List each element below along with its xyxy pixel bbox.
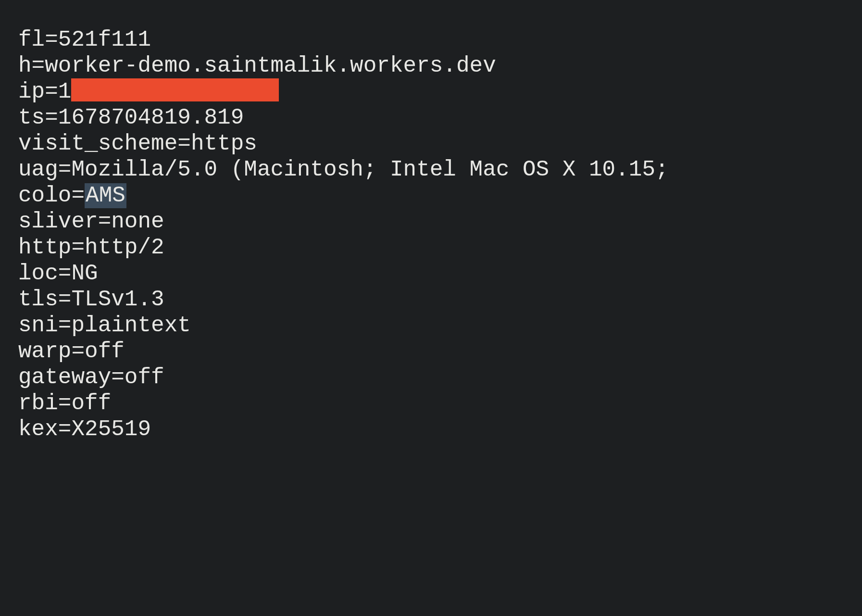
eq: = — [45, 79, 58, 104]
redaction-block — [71, 78, 279, 101]
value-sni: plaintext — [71, 313, 190, 338]
value-tls: TLSv1.3 — [71, 287, 164, 312]
line-loc: loc=NG — [18, 261, 862, 287]
eq: = — [58, 313, 72, 338]
value-kex: X25519 — [71, 417, 151, 442]
line-rbi: rbi=off — [18, 390, 862, 416]
eq: = — [71, 183, 85, 208]
eq: = — [58, 287, 72, 312]
eq: = — [58, 157, 72, 182]
key-kex: kex — [18, 417, 58, 442]
key-tls: tls — [18, 287, 58, 312]
value-warp: off — [85, 339, 125, 364]
value-fl: 521f111 — [58, 27, 151, 52]
value-gateway: off — [125, 365, 164, 390]
key-visit-scheme: visit_scheme — [18, 131, 177, 156]
key-ts: ts — [18, 105, 45, 130]
value-http: http/2 — [85, 235, 164, 260]
key-warp: warp — [18, 339, 71, 364]
value-h: worker-demo.saintmalik.workers.dev — [45, 53, 496, 78]
key-http: http — [18, 235, 71, 260]
value-rbi: off — [71, 391, 111, 416]
line-sliver: sliver=none — [18, 209, 862, 235]
eq: = — [98, 209, 112, 234]
key-colo: colo — [18, 183, 71, 208]
eq: = — [58, 261, 72, 286]
line-ip: ip=1 — [18, 79, 862, 105]
line-visit-scheme: visit_scheme=https — [18, 131, 862, 157]
eq: = — [45, 105, 58, 130]
value-uag: Mozilla/5.0 (Macintosh; Intel Mac OS X 1… — [71, 157, 668, 182]
key-sliver: sliver — [18, 209, 98, 234]
key-ip: ip — [18, 79, 45, 104]
eq: = — [58, 391, 72, 416]
eq: = — [177, 131, 191, 156]
value-colo-highlighted: AMS — [85, 183, 126, 208]
value-ts: 1678704819.819 — [58, 105, 244, 130]
key-uag: uag — [18, 157, 58, 182]
key-loc: loc — [18, 261, 58, 286]
line-tls: tls=TLSv1.3 — [18, 287, 862, 313]
eq: = — [111, 365, 125, 390]
value-ip-prefix: 1 — [58, 79, 72, 104]
key-sni: sni — [18, 313, 58, 338]
line-sni: sni=plaintext — [18, 313, 862, 339]
line-uag: uag=Mozilla/5.0 (Macintosh; Intel Mac OS… — [18, 157, 862, 183]
line-gateway: gateway=off — [18, 365, 862, 390]
eq: = — [32, 53, 45, 78]
value-loc: NG — [71, 261, 98, 286]
eq: = — [71, 339, 85, 364]
eq: = — [58, 417, 72, 442]
value-sliver: none — [111, 209, 164, 234]
value-visit-scheme: https — [191, 131, 257, 156]
key-fl: fl — [18, 27, 45, 52]
eq: = — [45, 27, 58, 52]
eq: = — [71, 235, 85, 260]
terminal-output: fl=521f111 h=worker-demo.saintmalik.work… — [0, 0, 862, 442]
key-h: h — [18, 53, 32, 78]
line-ts: ts=1678704819.819 — [18, 105, 862, 131]
key-rbi: rbi — [18, 391, 58, 416]
line-warp: warp=off — [18, 339, 862, 365]
line-fl: fl=521f111 — [18, 27, 862, 53]
line-kex: kex=X25519 — [18, 416, 862, 442]
line-h: h=worker-demo.saintmalik.workers.dev — [18, 53, 862, 79]
key-gateway: gateway — [18, 365, 111, 390]
line-colo: colo=AMS — [18, 183, 862, 209]
line-http: http=http/2 — [18, 235, 862, 261]
